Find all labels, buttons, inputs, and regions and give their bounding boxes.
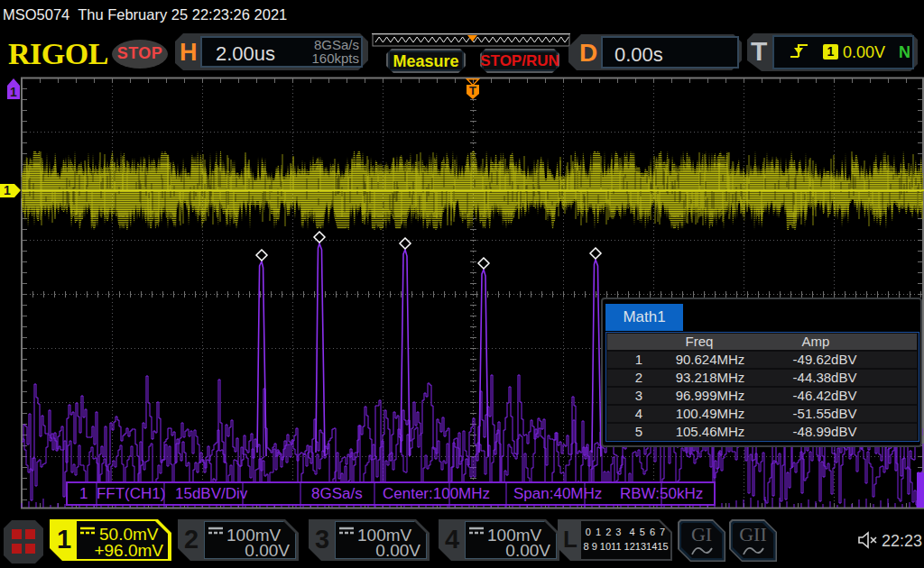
svg-text:1 FFT(CH1): 1 FFT(CH1) <box>79 485 165 502</box>
svg-text:8GSa/s: 8GSa/s <box>311 485 363 502</box>
svg-text:T: T <box>469 84 476 97</box>
svg-text:Center:100MHz: Center:100MHz <box>383 485 490 502</box>
svg-text:1: 1 <box>10 85 17 99</box>
svg-text:1: 1 <box>4 183 11 197</box>
svg-text:15dBV/Div: 15dBV/Div <box>175 485 248 502</box>
svg-text:Span:40MHz: Span:40MHz <box>513 485 602 502</box>
